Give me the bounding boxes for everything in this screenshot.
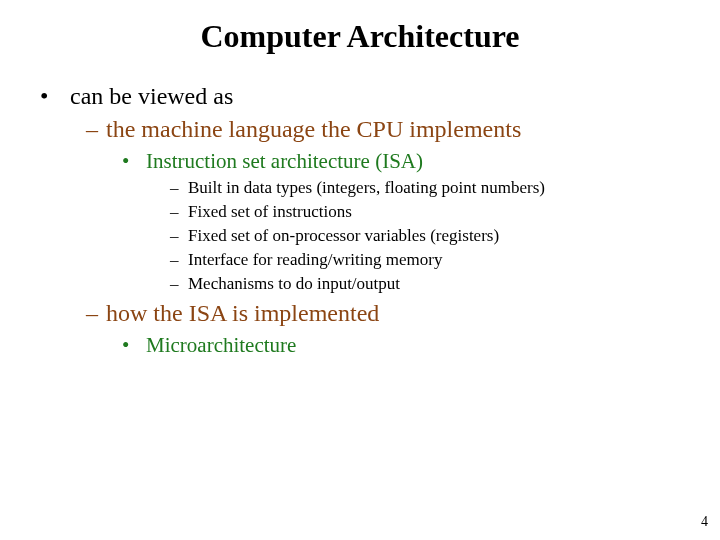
bullet-dash-icon: – bbox=[86, 300, 106, 327]
bullet-disc-icon: • bbox=[122, 149, 146, 174]
sub2a-text: Microarchitecture bbox=[146, 333, 296, 357]
bullet-dash-icon: – bbox=[86, 116, 106, 143]
bullet-level2-1: –the machine language the CPU implements bbox=[86, 116, 690, 143]
isa-item-text: Fixed set of instructions bbox=[188, 202, 352, 221]
bullet-disc-icon: • bbox=[122, 333, 146, 358]
isa-item: –Mechanisms to do input/output bbox=[170, 274, 690, 294]
slide-title: Computer Architecture bbox=[30, 18, 690, 55]
sub1-text: the machine language the CPU implements bbox=[106, 116, 521, 142]
bullet-level2-2: –how the ISA is implemented bbox=[86, 300, 690, 327]
sub1a-text: Instruction set architecture (ISA) bbox=[146, 149, 423, 173]
isa-item: –Built in data types (integers, floating… bbox=[170, 178, 690, 198]
bullet-dash-icon: – bbox=[170, 202, 188, 222]
bullet-dash-icon: – bbox=[170, 274, 188, 294]
bullet-level1: •can be viewed as bbox=[40, 83, 690, 110]
isa-item-text: Built in data types (integers, floating … bbox=[188, 178, 545, 197]
bullet-disc-icon: • bbox=[40, 83, 70, 110]
bullet-level3-2: •Microarchitecture bbox=[122, 333, 690, 358]
isa-item-text: Mechanisms to do input/output bbox=[188, 274, 400, 293]
page-number: 4 bbox=[701, 514, 708, 530]
isa-item: –Fixed set of instructions bbox=[170, 202, 690, 222]
bullet-dash-icon: – bbox=[170, 226, 188, 246]
isa-item-text: Interface for reading/writing memory bbox=[188, 250, 442, 269]
bullet-level3-1: •Instruction set architecture (ISA) bbox=[122, 149, 690, 174]
isa-item-text: Fixed set of on-processor variables (reg… bbox=[188, 226, 499, 245]
isa-item: –Interface for reading/writing memory bbox=[170, 250, 690, 270]
isa-item: –Fixed set of on-processor variables (re… bbox=[170, 226, 690, 246]
sub2-text: how the ISA is implemented bbox=[106, 300, 379, 326]
bullet-dash-icon: – bbox=[170, 250, 188, 270]
bullet1-text: can be viewed as bbox=[70, 83, 233, 109]
bullet-dash-icon: – bbox=[170, 178, 188, 198]
